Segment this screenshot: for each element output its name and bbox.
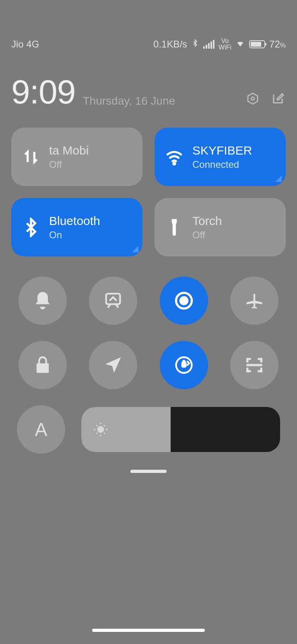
dark-mode-tile[interactable] — [160, 277, 208, 325]
auto-brightness-tile[interactable]: A — [17, 405, 65, 454]
bluetooth-status-icon — [191, 38, 199, 50]
mobile-data-icon — [21, 147, 41, 167]
auto-brightness-label: A — [35, 419, 47, 440]
panel-drag-handle[interactable] — [130, 470, 167, 473]
brightness-fill — [81, 407, 171, 452]
svg-rect-7 — [182, 363, 186, 367]
mute-tile[interactable] — [19, 277, 67, 325]
airplane-mode-tile[interactable] — [230, 277, 278, 325]
scan-icon — [244, 355, 265, 376]
svg-marker-0 — [248, 93, 258, 104]
wifi-status: Connected — [192, 159, 252, 170]
svg-point-1 — [251, 97, 254, 100]
svg-point-8 — [98, 427, 103, 432]
torch-title: Torch — [192, 214, 222, 228]
bluetooth-title: Bluetooth — [49, 214, 100, 228]
location-arrow-icon — [103, 355, 124, 376]
network-speed: 0.1KB/s — [153, 39, 187, 50]
status-right: 0.1KB/s Vo WiFi 72% — [153, 38, 286, 51]
battery-icon — [249, 40, 265, 48]
carrier-label: Jio 4G — [11, 39, 39, 50]
wifi-status-icon — [235, 39, 245, 50]
clock-time: 9:09 — [11, 72, 76, 111]
torch-status: Off — [192, 229, 222, 241]
bell-icon — [32, 290, 53, 311]
quick-tiles-round — [0, 264, 297, 389]
torch-tile[interactable]: Torch Off — [155, 198, 286, 256]
svg-rect-3 — [106, 294, 120, 304]
screenshot-icon — [103, 290, 124, 311]
gesture-nav-bar[interactable] — [92, 629, 205, 632]
bluetooth-tile[interactable]: Bluetooth On — [11, 198, 142, 256]
bluetooth-icon — [21, 217, 41, 237]
lock-tile[interactable] — [19, 341, 67, 389]
panel-header: 9:09 Thursday, 16 June — [0, 56, 297, 120]
rotation-lock-icon — [173, 355, 194, 376]
settings-icon[interactable] — [245, 91, 260, 106]
expand-indicator-icon — [275, 175, 282, 182]
brightness-slider[interactable] — [81, 407, 280, 452]
brightness-row: A — [0, 389, 297, 454]
mobile-data-title: ta Mobi — [49, 144, 89, 157]
vowifi-bottom: WiFi — [219, 44, 231, 51]
bluetooth-status: On — [49, 229, 100, 241]
mobile-data-status: Off — [49, 159, 89, 170]
torch-icon — [164, 217, 184, 237]
mobile-data-tile[interactable]: ta Mobi Off — [11, 128, 142, 186]
scanner-tile[interactable] — [230, 341, 278, 389]
sun-icon — [93, 421, 109, 438]
airplane-icon — [244, 290, 265, 311]
expand-indicator-icon — [132, 246, 138, 252]
wifi-icon — [164, 147, 184, 167]
quick-tiles-large: ta Mobi Off SKYFIBER Connected Bluetooth… — [0, 120, 297, 264]
clock-date: Thursday, 16 June — [83, 95, 239, 111]
auto-rotate-tile[interactable] — [160, 341, 208, 389]
battery-level — [251, 42, 261, 47]
status-bar: Jio 4G 0.1KB/s Vo WiFi 72% — [0, 32, 297, 56]
svg-point-2 — [173, 163, 175, 164]
lock-icon — [32, 355, 53, 376]
screenshot-tile[interactable] — [89, 277, 137, 325]
vowifi-top: Vo — [221, 37, 229, 44]
wifi-title: SKYFIBER — [192, 144, 252, 157]
location-tile[interactable] — [89, 341, 137, 389]
vowifi-icon: Vo WiFi — [219, 38, 231, 51]
battery-percent: 72% — [269, 39, 286, 50]
signal-icon — [203, 40, 214, 49]
svg-point-5 — [180, 297, 187, 304]
dark-mode-icon — [173, 290, 194, 311]
wifi-tile[interactable]: SKYFIBER Connected — [155, 128, 286, 186]
edit-icon[interactable] — [271, 91, 286, 106]
